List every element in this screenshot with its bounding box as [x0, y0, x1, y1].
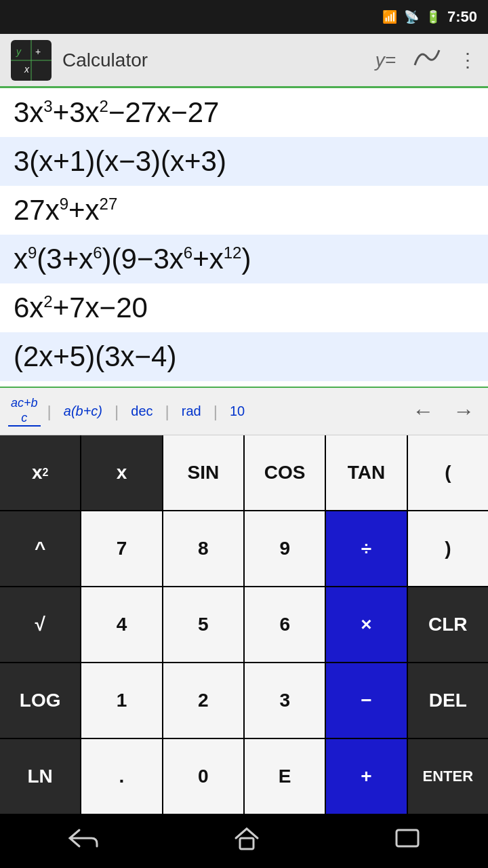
- svg-text:x: x: [24, 64, 30, 75]
- x-button[interactable]: x: [81, 435, 161, 510]
- divider-4: |: [212, 402, 219, 421]
- x-squared-button[interactable]: x2: [0, 435, 80, 510]
- fraction-denominator: c: [21, 411, 27, 426]
- app-bar: y + x Calculator y= ⋮: [0, 34, 488, 88]
- ln-button[interactable]: LN: [0, 739, 80, 814]
- more-menu-button[interactable]: ⋮: [458, 49, 477, 71]
- sqrt-button[interactable]: √: [0, 587, 80, 662]
- two-button[interactable]: 2: [163, 663, 243, 738]
- divide-button[interactable]: ÷: [326, 511, 406, 586]
- expression-row-1[interactable]: 3x3+3x2−27x−27: [0, 88, 488, 137]
- nav-bar: [0, 814, 488, 868]
- status-time: 7:50: [447, 8, 477, 26]
- clr-button[interactable]: CLR: [408, 587, 488, 662]
- zero-button[interactable]: 0: [163, 739, 243, 814]
- expression-row-5[interactable]: 6x2+7x−20: [0, 283, 488, 332]
- divider-3: |: [164, 402, 171, 421]
- wifi-icon: 📶: [382, 9, 397, 24]
- back-nav-button[interactable]: [67, 826, 100, 856]
- eight-button[interactable]: 8: [163, 511, 243, 586]
- graph-button[interactable]: [412, 46, 442, 74]
- status-bar: 📶 📡 🔋 7:50: [0, 0, 488, 34]
- dot-button[interactable]: .: [81, 739, 161, 814]
- app-bar-actions: y= ⋮: [375, 46, 477, 74]
- cos-button[interactable]: COS: [245, 435, 325, 510]
- rad-button[interactable]: rad: [176, 401, 207, 422]
- divider-1: |: [46, 402, 53, 421]
- add-button[interactable]: +: [326, 739, 406, 814]
- del-button[interactable]: DEL: [408, 663, 488, 738]
- decimal-button[interactable]: 10: [224, 401, 250, 422]
- tan-button[interactable]: TAN: [326, 435, 406, 510]
- divider-2: |: [113, 402, 120, 421]
- svg-text:y: y: [16, 46, 22, 57]
- app-title: Calculator: [62, 50, 375, 71]
- one-button[interactable]: 1: [81, 663, 161, 738]
- seven-button[interactable]: 7: [81, 511, 161, 586]
- dec-button[interactable]: dec: [125, 401, 158, 422]
- display-area: 3x3+3x2−27x−27 3(x+1)(x−3)(x+3) 27x9+x27…: [0, 88, 488, 381]
- expression-row-3[interactable]: 27x9+x27: [0, 186, 488, 235]
- close-paren-button[interactable]: ): [408, 511, 488, 586]
- four-button[interactable]: 4: [81, 587, 161, 662]
- expression-row-4[interactable]: x9(3+x6)(9−3x6+x12): [0, 235, 488, 283]
- calculator-grid: x2 x SIN COS TAN ( ^ 7 8 9 ÷ ) √ 4 5 6 ×…: [0, 435, 488, 814]
- svg-rect-7: [396, 830, 418, 846]
- recent-nav-button[interactable]: [394, 826, 421, 856]
- battery-icon: 🔋: [426, 9, 441, 24]
- svg-text:+: +: [35, 46, 41, 57]
- algebra-button[interactable]: a(b+c): [58, 401, 108, 422]
- home-nav-button[interactable]: [233, 825, 260, 858]
- multiply-button[interactable]: ×: [326, 587, 406, 662]
- open-paren-button[interactable]: (: [408, 435, 488, 510]
- back-arrow-button[interactable]: ←: [407, 399, 439, 424]
- five-button[interactable]: 5: [163, 587, 243, 662]
- fraction-numerator: ac+b: [11, 396, 38, 411]
- fraction-button[interactable]: ac+b c: [8, 396, 41, 427]
- six-button[interactable]: 6: [245, 587, 325, 662]
- svg-rect-6: [240, 838, 253, 849]
- main-layout: y + x Calculator y= ⋮ 3x3+3x2−27x−27: [0, 34, 488, 868]
- subtract-button[interactable]: −: [326, 663, 406, 738]
- expression-row-2[interactable]: 3(x+1)(x−3)(x+3): [0, 137, 488, 186]
- three-button[interactable]: 3: [245, 663, 325, 738]
- enter-button[interactable]: ENTER: [408, 739, 488, 814]
- toolbar-row: ac+b c | a(b+c) | dec | rad | 10 ← →: [0, 387, 488, 435]
- y-equals-button[interactable]: y=: [375, 50, 396, 71]
- e-button[interactable]: E: [245, 739, 325, 814]
- scroll-area: 3x3+3x2−27x−27 3(x+1)(x−3)(x+3) 27x9+x27…: [0, 88, 488, 387]
- forward-arrow-button[interactable]: →: [447, 399, 480, 424]
- sin-button[interactable]: SIN: [163, 435, 243, 510]
- expression-row-6[interactable]: (2x+5)(3x−4): [0, 332, 488, 381]
- signal-icon: 📡: [404, 9, 419, 24]
- caret-button[interactable]: ^: [0, 511, 80, 586]
- log-button[interactable]: LOG: [0, 663, 80, 738]
- app-logo: y + x: [11, 40, 52, 81]
- nine-button[interactable]: 9: [245, 511, 325, 586]
